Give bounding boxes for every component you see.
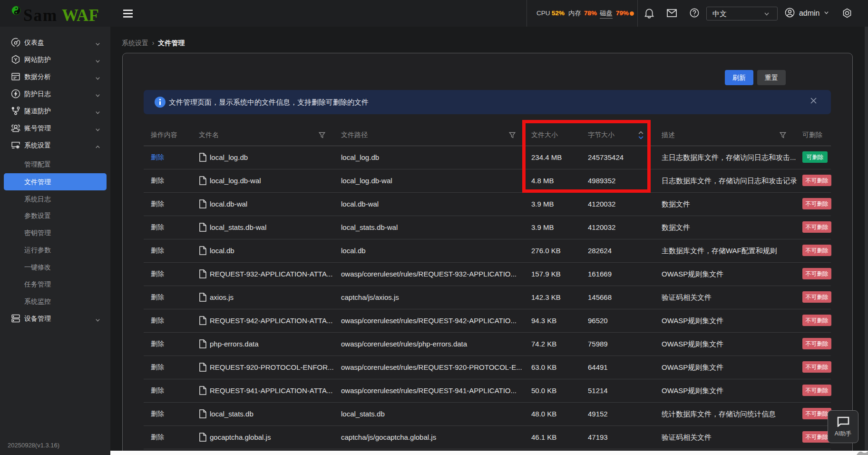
svg-text:WAF: WAF xyxy=(62,6,99,24)
svg-text:Sam: Sam xyxy=(23,6,58,24)
